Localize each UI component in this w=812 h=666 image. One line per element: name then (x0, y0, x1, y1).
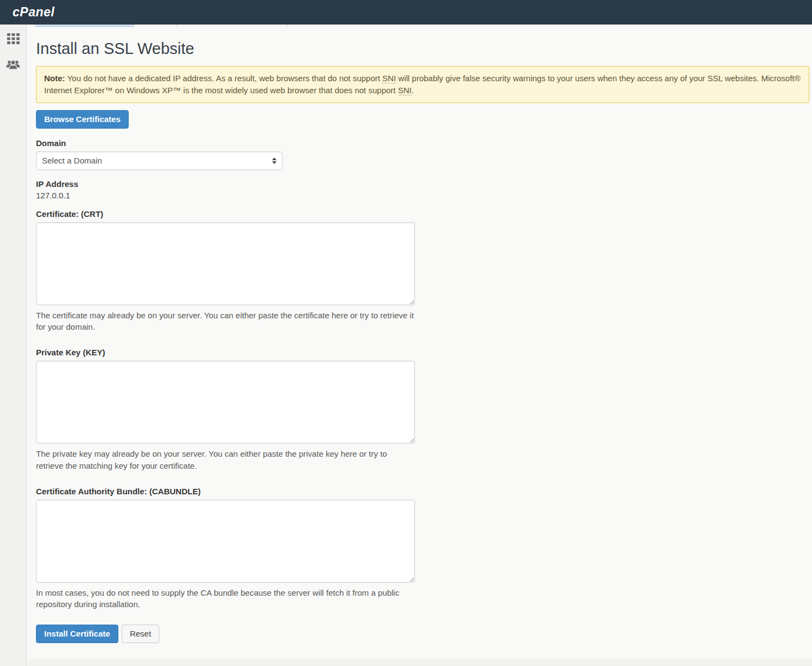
certificate-crt-group: Certificate: (CRT) The certificate may a… (36, 209, 809, 334)
form-actions: Install Certificate Reset (36, 625, 809, 643)
footer-band (27, 659, 812, 666)
certificate-crt-textarea[interactable] (36, 222, 415, 305)
tab-separator (287, 25, 288, 27)
ca-bundle-label: Certificate Authority Bundle: (CABUNDLE) (36, 487, 809, 496)
page-title: Install an SSL Website (36, 40, 809, 58)
note-text-3: . (412, 86, 414, 95)
select-stepper-icon (272, 158, 276, 164)
active-tab-remnant[interactable] (35, 25, 134, 27)
cpanel-logo: cPanel (13, 5, 55, 20)
ca-bundle-textarea[interactable] (36, 500, 415, 583)
certificate-crt-help: The certificate may already be on your s… (36, 310, 415, 334)
note-text-1: You do not have a dedicated IP address. … (65, 74, 382, 83)
main-content: Install an SSL Website Note: You do not … (27, 25, 812, 666)
sidebar (0, 25, 27, 666)
apps-grid-icon[interactable] (6, 32, 20, 45)
ip-address-label: IP Address (36, 179, 809, 189)
domain-field-group: Domain Select a Domain (36, 138, 809, 170)
reset-button[interactable]: Reset (122, 625, 159, 643)
sni-abbr: SNI (398, 86, 412, 95)
tab-strip (27, 25, 812, 27)
ip-address-value: 127.0.0.1 (36, 191, 809, 200)
sni-warning-note: Note: You do not have a dedicated IP add… (36, 66, 809, 103)
browse-certificates-button[interactable]: Browse Certificates (36, 110, 129, 129)
private-key-help: The private key may already be on your s… (36, 448, 415, 472)
private-key-group: Private Key (KEY) The private key may al… (36, 348, 809, 472)
tab-separator (176, 25, 177, 27)
ca-bundle-help: In most cases, you do not need to supply… (36, 587, 415, 611)
ca-bundle-group: Certificate Authority Bundle: (CABUNDLE)… (36, 487, 809, 611)
private-key-label: Private Key (KEY) (36, 348, 809, 357)
tab-separator (134, 25, 134, 27)
domain-select[interactable]: Select a Domain (36, 152, 282, 170)
ip-address-group: IP Address 127.0.0.1 (36, 179, 809, 200)
app-window: cPanel (0, 0, 812, 666)
note-label: Note: (44, 74, 65, 83)
sni-abbr: SNI (382, 74, 396, 83)
top-navbar: cPanel (0, 0, 812, 25)
install-certificate-button[interactable]: Install Certificate (36, 625, 118, 643)
users-group-icon[interactable] (6, 58, 20, 71)
private-key-textarea[interactable] (36, 361, 415, 444)
domain-label: Domain (36, 138, 809, 148)
certificate-crt-label: Certificate: (CRT) (36, 209, 809, 219)
domain-select-value: Select a Domain (42, 156, 272, 165)
